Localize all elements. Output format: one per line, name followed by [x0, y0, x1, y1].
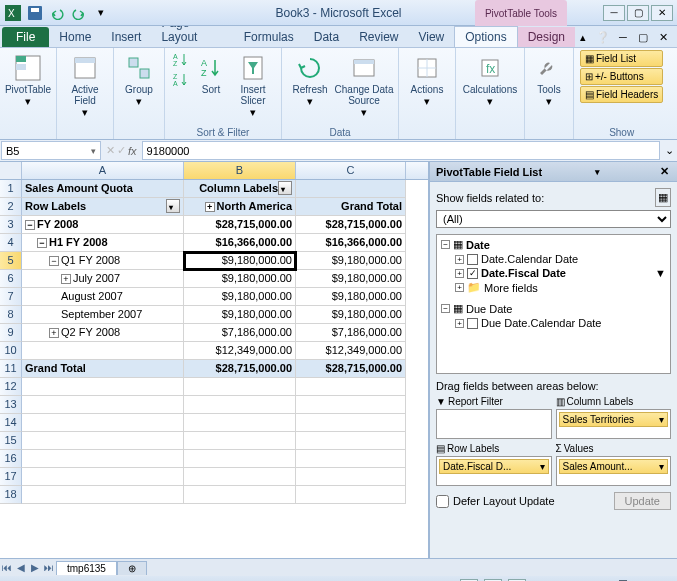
expand-icon[interactable]: + — [455, 255, 464, 264]
tree-due-date[interactable]: − ▦ Due Date — [439, 301, 668, 316]
row-header[interactable]: 18 — [0, 486, 22, 504]
cell[interactable]: $28,715,000.00 — [296, 216, 406, 234]
cell[interactable]: $16,366,000.00 — [184, 234, 296, 252]
cell[interactable]: $9,180,000.00 — [296, 288, 406, 306]
row-header[interactable]: 5 — [0, 252, 22, 270]
tree-more-fields[interactable]: + 📁 More fields — [439, 280, 668, 295]
row-header[interactable]: 11 — [0, 360, 22, 378]
cell[interactable]: $28,715,000.00 — [296, 360, 406, 378]
cell[interactable]: $16,366,000.00 — [296, 234, 406, 252]
field-tree[interactable]: − ▦ Date + Date.Calendar Date + Date.Fis… — [436, 234, 671, 374]
tree-due-cal[interactable]: + Due Date.Calendar Date — [439, 316, 668, 330]
sort-asc-button[interactable]: AZ — [171, 50, 191, 70]
filter-dropdown-icon[interactable] — [278, 181, 292, 195]
collapse-icon[interactable]: − — [49, 256, 59, 266]
cell[interactable] — [296, 432, 406, 450]
name-box[interactable]: ▾ — [1, 141, 101, 160]
cell[interactable] — [22, 342, 184, 360]
excel-icon[interactable]: X — [4, 4, 22, 22]
tab-review[interactable]: Review — [349, 27, 408, 47]
buttons-toggle[interactable]: ⊞+/- Buttons — [580, 68, 663, 85]
sort-button[interactable]: AZ Sort — [195, 50, 227, 97]
group-button[interactable]: Group▾ — [120, 50, 158, 110]
row-header[interactable]: 4 — [0, 234, 22, 252]
cell[interactable] — [296, 180, 406, 198]
cell[interactable]: $12,349,000.00 — [184, 342, 296, 360]
accept-icon[interactable]: ✓ — [117, 144, 126, 157]
actions-button[interactable]: Actions▾ — [405, 50, 449, 110]
row-header[interactable]: 8 — [0, 306, 22, 324]
row-header[interactable]: 16 — [0, 450, 22, 468]
tab-file[interactable]: File — [2, 27, 49, 47]
collapse-icon[interactable]: − — [37, 238, 47, 248]
insert-slicer-button[interactable]: Insert Slicer▾ — [231, 50, 275, 121]
cell[interactable] — [296, 414, 406, 432]
cell[interactable]: $7,186,000.00 — [184, 324, 296, 342]
defer-checkbox[interactable] — [436, 495, 449, 508]
name-box-input[interactable] — [6, 145, 66, 157]
redo-icon[interactable] — [70, 4, 88, 22]
row-header[interactable]: 10 — [0, 342, 22, 360]
row-header[interactable]: 3 — [0, 216, 22, 234]
cell[interactable]: −Q1 FY 2008 — [22, 252, 184, 270]
cell[interactable]: August 2007 — [22, 288, 184, 306]
cell[interactable]: $7,186,000.00 — [296, 324, 406, 342]
worksheet-grid[interactable]: A B C 1Sales Amount QuotaColumn Labels2R… — [0, 162, 429, 558]
cell[interactable]: +July 2007 — [22, 270, 184, 288]
tab-formulas[interactable]: Formulas — [234, 27, 304, 47]
cell[interactable]: Grand Total — [22, 360, 184, 378]
column-labels-box[interactable]: Sales Territories▾ — [556, 409, 672, 439]
tab-options[interactable]: Options — [454, 26, 517, 47]
cell[interactable]: $9,180,000.00 — [296, 270, 406, 288]
row-header[interactable]: 6 — [0, 270, 22, 288]
row-header[interactable]: 13 — [0, 396, 22, 414]
help-icon[interactable]: ❔ — [595, 31, 611, 47]
close-button[interactable]: ✕ — [651, 5, 673, 21]
area-item-row[interactable]: Date.Fiscal D...▾ — [439, 459, 549, 474]
values-box[interactable]: Sales Amount...▾ — [556, 456, 672, 486]
col-header-b[interactable]: B — [184, 162, 296, 179]
doc-close-icon[interactable]: ✕ — [655, 31, 671, 47]
tab-view[interactable]: View — [408, 27, 454, 47]
tree-date[interactable]: − ▦ Date — [439, 237, 668, 252]
cell[interactable] — [184, 468, 296, 486]
cell[interactable]: Column Labels — [184, 180, 296, 198]
maximize-button[interactable]: ▢ — [627, 5, 649, 21]
field-list-title-bar[interactable]: PivotTable Field List ▾ ✕ — [430, 162, 677, 182]
cell[interactable]: Grand Total — [296, 198, 406, 216]
cell[interactable]: $28,715,000.00 — [184, 360, 296, 378]
collapse-icon[interactable]: − — [441, 304, 450, 313]
cell[interactable] — [184, 396, 296, 414]
doc-min-icon[interactable]: ─ — [615, 31, 631, 47]
row-header[interactable]: 1 — [0, 180, 22, 198]
filter-icon[interactable]: ▼ — [655, 267, 666, 279]
related-select[interactable]: (All) — [436, 210, 671, 228]
sheet-prev-icon[interactable]: ◀ — [14, 562, 28, 573]
area-item-val[interactable]: Sales Amount...▾ — [559, 459, 669, 474]
doc-restore-icon[interactable]: ▢ — [635, 31, 651, 47]
cell[interactable] — [22, 468, 184, 486]
tab-insert[interactable]: Insert — [101, 27, 151, 47]
row-header[interactable]: 17 — [0, 468, 22, 486]
cell[interactable]: $9,180,000.00 — [184, 252, 296, 270]
row-header[interactable]: 2 — [0, 198, 22, 216]
sort-desc-button[interactable]: ZA — [171, 70, 191, 90]
expand-icon[interactable]: + — [205, 202, 215, 212]
cell[interactable]: +Q2 FY 2008 — [22, 324, 184, 342]
cell[interactable] — [184, 414, 296, 432]
cell[interactable]: $9,180,000.00 — [296, 306, 406, 324]
cell[interactable]: $9,180,000.00 — [184, 270, 296, 288]
expand-icon[interactable]: + — [455, 283, 464, 292]
expand-icon[interactable]: + — [455, 319, 464, 328]
col-header-a[interactable]: A — [22, 162, 184, 179]
row-labels-box[interactable]: Date.Fiscal D...▾ — [436, 456, 552, 486]
field-list-dropdown-icon[interactable]: ▾ — [595, 167, 600, 177]
field-list-toggle[interactable]: ▦Field List — [580, 50, 663, 67]
select-all-corner[interactable] — [0, 162, 22, 179]
cell[interactable]: Row Labels — [22, 198, 184, 216]
row-header[interactable]: 15 — [0, 432, 22, 450]
cell[interactable]: September 2007 — [22, 306, 184, 324]
report-filter-box[interactable] — [436, 409, 552, 439]
formula-expand-icon[interactable]: ⌄ — [661, 140, 677, 161]
cell[interactable]: Sales Amount Quota — [22, 180, 184, 198]
